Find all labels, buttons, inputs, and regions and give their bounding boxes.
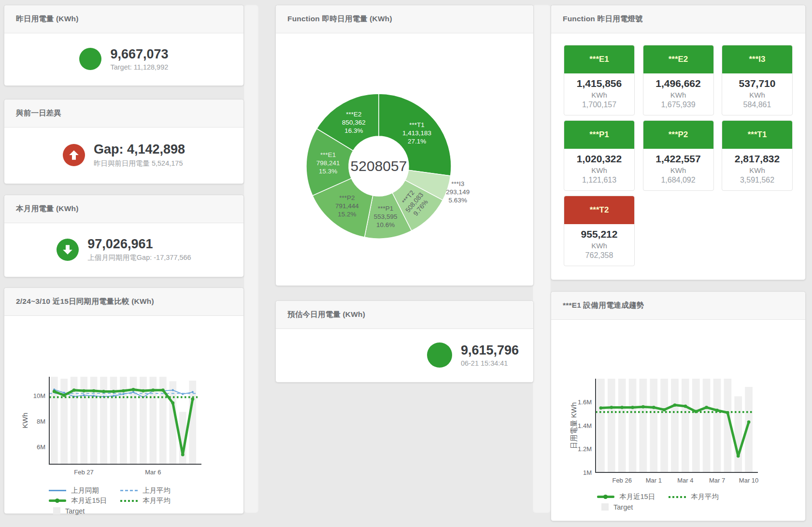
y-tick-label: 1.4M <box>578 422 592 429</box>
card-15day-compare-chart: 2/24~3/10 近15日同期用電量比較 (KWh) 6M8M10MFeb 2… <box>4 287 244 514</box>
legend-label: 上月平均 <box>142 486 171 495</box>
device-tile-T1: ***T12,817,832KWh3,591,562 <box>722 120 793 191</box>
legend-row: 上月同期上月平均 <box>49 485 243 496</box>
e1-trend-legend: 本月近15日本月平均Target <box>551 492 805 512</box>
device-usage-target: 1,121,613 <box>564 176 634 185</box>
y-axis-label: KWh <box>21 413 29 428</box>
legend-label: Target <box>65 507 85 515</box>
legend-item-本月近15日[interactable]: 本月近15日 <box>597 492 669 501</box>
device-tile-E2: ***E21,496,662KWh1,675,939 <box>643 45 714 115</box>
card-day-gap-header: 與前一日差異 <box>4 100 243 128</box>
device-usage-value: 1,020,322 <box>564 153 634 165</box>
data-point <box>82 389 85 393</box>
legend-item-本月平均[interactable]: 本月平均 <box>669 492 740 501</box>
target-bar <box>640 379 647 472</box>
data-point <box>694 410 698 413</box>
y-tick-label: 1.6M <box>578 399 592 406</box>
data-point <box>172 389 174 391</box>
target-bar <box>597 379 605 472</box>
legend-item-上月平均[interactable]: 上月平均 <box>120 486 192 495</box>
month-usage-value: 97,026,961 <box>87 237 191 252</box>
target-bar <box>703 379 711 472</box>
legend-swatch-icon <box>49 490 66 491</box>
device-tile-P1: ***P11,020,322KWh1,121,613 <box>564 120 635 191</box>
data-point <box>142 389 145 393</box>
legend-row: 本月近15日本月平均 <box>597 492 805 502</box>
card-e1-trend-chart: ***E1 設備用電達成趨勢 1M1.2M1.4M1.6MFeb 26Mar 1… <box>551 291 806 521</box>
data-point <box>171 401 174 405</box>
legend-label: 上月同期 <box>71 486 99 495</box>
card-day-gap: 與前一日差異 Gap: 4,142,898 昨日與前日用電量 5,524,175 <box>4 99 244 184</box>
target-bar <box>682 379 689 472</box>
realtime-usage-donut-chart: ***T11,413,18327.1%***I3293,1495.63%***T… <box>276 33 533 285</box>
device-usage-unit: KWh <box>643 166 713 174</box>
device-usage-target: 584,861 <box>722 100 792 109</box>
target-bar <box>713 379 721 472</box>
device-tile-E1: ***E11,415,856KWh1,700,157 <box>564 45 635 115</box>
device-tile-I3: ***I3537,710KWh584,861 <box>722 45 793 115</box>
card-title: ***E1 設備用電達成趨勢 <box>563 300 644 311</box>
data-point <box>113 395 114 397</box>
target-bar <box>629 379 637 472</box>
device-usage-value: 1,422,557 <box>643 153 713 165</box>
legend-label: Target <box>613 503 633 511</box>
data-point <box>705 406 708 409</box>
legend-item-Target[interactable]: Target <box>49 507 120 515</box>
data-point <box>161 388 165 392</box>
e1-trend-chart: 1M1.2M1.4M1.6MFeb 26Mar 1Mar 4Mar 7Mar 1… <box>551 320 805 489</box>
up-arrow-icon <box>63 144 85 166</box>
card-estimate-today-header: 預估今日用電量 (KWh) <box>276 301 533 329</box>
data-point <box>610 406 613 409</box>
data-point <box>620 406 624 409</box>
data-point <box>112 390 115 393</box>
device-usage-target: 762,358 <box>564 251 634 260</box>
donut-slice-label: ***I3293,1495.63% <box>446 180 470 204</box>
device-usage-target: 1,675,939 <box>643 100 713 109</box>
donut-total-value: 5208057 <box>351 158 407 174</box>
day-gap-value: Gap: 4,142,898 <box>94 142 185 157</box>
x-tick-label: Mar 6 <box>145 469 161 476</box>
data-point <box>132 388 135 391</box>
device-usage-value: 1,496,662 <box>643 78 713 89</box>
target-bar <box>618 379 626 472</box>
card-yesterday-usage-header: 昨日用電量 (KWh) <box>4 5 243 33</box>
legend-item-本月近15日[interactable]: 本月近15日 <box>49 496 120 505</box>
data-point <box>83 394 85 396</box>
device-usage-unit: KWh <box>722 166 792 174</box>
estimate-timestamp: 06-21 15:34:41 <box>461 359 519 367</box>
card-yesterday-lights: Function 昨日用電燈號 ***E11,415,856KWh1,700,1… <box>551 5 806 280</box>
compare-chart-legend: 上月同期上月平均本月近15日本月平均Target <box>4 485 243 516</box>
card-month-usage: 本月用電量 (KWh) 97,026,961 上個月同期用電Gap: -17,3… <box>4 195 244 277</box>
card-realtime-usage-pie: Function 即時日用電量 (KWh) ***T11,413,18327.1… <box>275 5 534 286</box>
device-tile-status-header: ***T1 <box>722 121 792 149</box>
card-title: 預估今日用電量 (KWh) <box>287 310 365 320</box>
yesterday-usage-target: Target: 11,128,992 <box>110 63 168 71</box>
target-bar <box>671 379 679 472</box>
data-point <box>191 398 194 401</box>
data-point <box>663 408 666 412</box>
device-usage-unit: KWh <box>722 91 792 99</box>
x-tick-label: Mar 1 <box>646 477 662 484</box>
legend-swatch-icon <box>597 496 614 498</box>
device-usage-value: 955,212 <box>564 228 634 240</box>
data-point <box>715 409 719 412</box>
grid-spacer <box>722 196 793 266</box>
status-circle-icon <box>427 342 452 368</box>
legend-row: Target <box>49 506 243 516</box>
legend-swatch-icon <box>53 507 60 514</box>
legend-item-本月平均[interactable]: 本月平均 <box>120 496 192 505</box>
card-realtime-usage-header: Function 即時日用電量 (KWh) <box>276 5 533 33</box>
data-point <box>641 405 645 409</box>
legend-item-Target[interactable]: Target <box>597 503 669 511</box>
data-point <box>747 420 751 424</box>
device-tile-T2: ***T2955,212KWh762,358 <box>564 196 635 266</box>
y-axis-label: 日用電量 KWh <box>570 402 578 449</box>
data-point <box>737 455 740 458</box>
column-divider-right <box>533 5 551 513</box>
legend-item-上月同期[interactable]: 上月同期 <box>49 486 120 495</box>
device-usage-target: 1,684,092 <box>643 176 713 185</box>
card-title: 2/24~3/10 近15日同期用電量比較 (KWh) <box>16 297 154 307</box>
data-point <box>684 405 687 408</box>
device-usage-target: 1,700,157 <box>564 100 634 109</box>
card-title: 本月用電量 (KWh) <box>16 204 79 214</box>
